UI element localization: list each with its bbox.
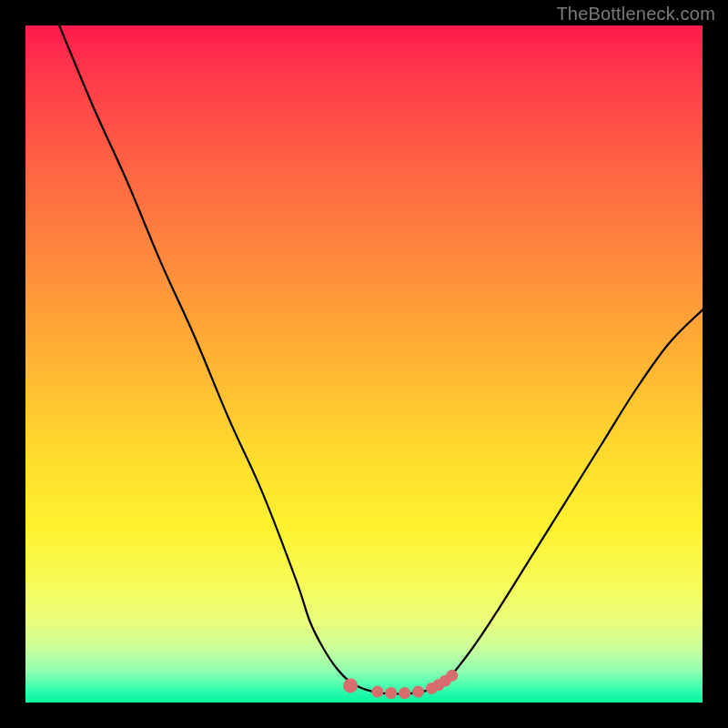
valley-marker xyxy=(412,686,424,698)
valley-marker xyxy=(399,687,410,699)
valley-marker xyxy=(343,678,358,693)
valley-marker xyxy=(446,670,458,682)
bottleneck-curve xyxy=(25,25,703,703)
watermark-text: TheBottleneck.com xyxy=(556,4,715,25)
valley-marker xyxy=(371,686,383,698)
bottleneck-line xyxy=(59,25,703,694)
valley-marker xyxy=(385,687,397,699)
chart-frame: TheBottleneck.com xyxy=(0,0,728,728)
plot-area xyxy=(25,25,703,703)
